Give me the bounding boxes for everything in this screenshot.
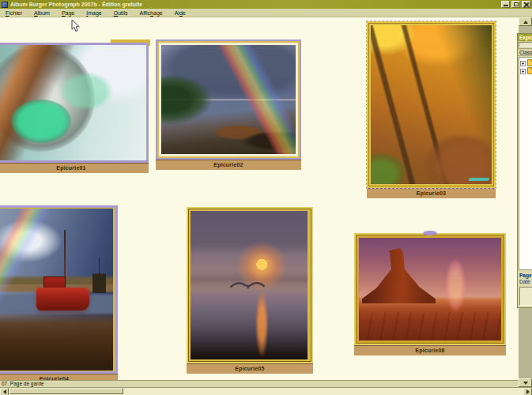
menu-item-fichier[interactable]: Fichier xyxy=(2,10,25,16)
minimize-button[interactable] xyxy=(501,1,510,8)
photo-image-sunset-gull xyxy=(191,211,308,359)
folder-icon xyxy=(527,61,532,66)
menu-bar: Fichier Album Page Image Outils Affichag… xyxy=(0,9,532,17)
dune-ridges xyxy=(359,312,501,340)
photo-card-epicurie05[interactable]: Epicurie05 xyxy=(187,207,313,374)
menu-item-affichage[interactable]: Affichage xyxy=(137,10,166,16)
bird-silhouette xyxy=(229,279,266,290)
photo-card-epicurie06[interactable]: Epicurie06 xyxy=(354,233,506,356)
status-bar: 07. Page de garde xyxy=(0,380,519,387)
menu-item-album[interactable]: Album xyxy=(31,10,53,16)
scroll-left-button[interactable] xyxy=(0,388,9,395)
tree-item[interactable] xyxy=(520,59,532,67)
boat-hull xyxy=(36,288,89,310)
photo-caption: Epicurie01 xyxy=(0,163,149,173)
tree-item[interactable] xyxy=(520,67,532,75)
folder-icon xyxy=(527,69,532,74)
photo-image-geode xyxy=(0,45,146,160)
menu-item-page[interactable]: Page xyxy=(58,10,77,16)
photo-card-epicurie01[interactable]: Epicurie01 xyxy=(0,43,149,173)
mouse-cursor xyxy=(71,19,81,32)
photo-image-red-boat xyxy=(0,209,113,371)
scroll-down-button[interactable] xyxy=(519,378,532,387)
photo-frame-selected xyxy=(367,21,496,188)
photo-watermark xyxy=(468,178,490,181)
scroll-up-icon xyxy=(523,21,528,24)
photo-caption: Epicurie03 xyxy=(367,188,496,198)
photo-frame xyxy=(0,205,118,374)
app-icon xyxy=(2,2,8,8)
menu-item-aide[interactable]: Aide xyxy=(172,10,189,16)
explorer-panel: Explorateur Classeur Page Date xyxy=(517,33,532,308)
menu-item-image[interactable]: Image xyxy=(83,10,104,16)
explorer-toolbar xyxy=(518,41,532,49)
photo-card-epicurie04[interactable]: Epicurie04 xyxy=(0,205,118,380)
restore-button[interactable] xyxy=(511,1,520,8)
photo-caption: Epicurie06 xyxy=(354,345,506,356)
close-button[interactable] xyxy=(522,1,530,8)
photo-frame xyxy=(156,40,301,160)
photo-image-autumn-path xyxy=(371,25,492,184)
date-label: Date xyxy=(519,279,532,285)
explorer-footer: Page Date xyxy=(518,271,532,285)
restore-icon xyxy=(514,2,519,6)
photo-image-rainbow-coast xyxy=(161,45,296,154)
explorer-section-label: Classeur xyxy=(518,49,532,56)
menu-item-outils[interactable]: Outils xyxy=(111,10,131,16)
photo-frame xyxy=(0,43,149,163)
scroll-up-button[interactable] xyxy=(519,17,532,26)
page-label: Page xyxy=(519,273,532,279)
explorer-tree xyxy=(519,57,532,270)
photo-image-desert-butte xyxy=(359,238,501,340)
photo-caption: Epicurie05 xyxy=(187,363,313,374)
album-page-canvas: Epicurie01 Epicurie02 Epicurie03 xyxy=(0,17,519,380)
photo-caption: Epicurie04 xyxy=(0,374,118,380)
small-boat-silhouette xyxy=(92,258,106,293)
expand-plus-icon[interactable] xyxy=(520,61,526,66)
window-controls xyxy=(501,1,530,8)
expand-plus-icon[interactable] xyxy=(520,69,526,74)
close-icon xyxy=(523,2,530,7)
scroll-down-icon xyxy=(523,382,528,385)
window-title: Album Burger Photograph 2007b - Édition … xyxy=(10,0,501,9)
explorer-panel-title: Explorateur xyxy=(518,34,532,41)
title-bar: Album Burger Photograph 2007b - Édition … xyxy=(0,0,532,9)
photo-card-epicurie02[interactable]: Epicurie02 xyxy=(156,40,301,170)
frame-decor xyxy=(423,231,437,235)
photo-card-epicurie03[interactable]: Epicurie03 xyxy=(367,21,496,198)
explorer-slider[interactable] xyxy=(519,287,532,306)
photo-frame xyxy=(187,207,313,363)
photo-caption: Epicurie02 xyxy=(156,160,301,170)
scroll-right-icon xyxy=(526,389,530,394)
explorer-toolbar-field[interactable] xyxy=(519,42,532,47)
photo-frame xyxy=(354,233,506,345)
horizontal-scrollbar[interactable] xyxy=(0,387,532,395)
scroll-left-icon xyxy=(3,389,6,394)
status-text: 07. Page de garde xyxy=(2,381,44,386)
scroll-right-button[interactable] xyxy=(523,388,532,395)
minimize-icon xyxy=(504,5,508,6)
horizontal-scroll-track[interactable] xyxy=(9,388,523,395)
butte-shape xyxy=(362,248,436,303)
horizontal-scroll-thumb[interactable] xyxy=(9,388,123,394)
